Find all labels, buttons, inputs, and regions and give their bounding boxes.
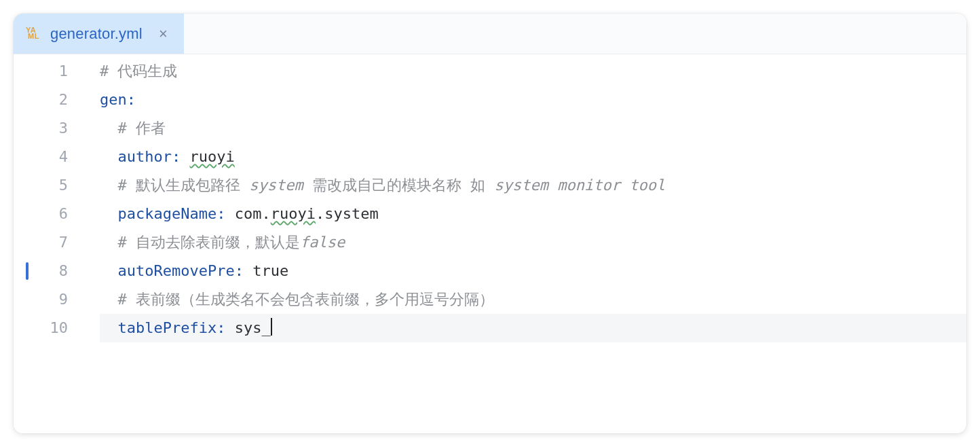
code-line: # 自动去除表前缀，默认是false [100, 228, 966, 257]
token: : [172, 148, 190, 165]
token: author [118, 148, 172, 165]
token: # 代码生成 [100, 62, 178, 79]
code-line: packageName: com.ruoyi.system [100, 200, 966, 228]
line-number-gutter: 12345678910 [14, 54, 92, 433]
token: : [216, 205, 235, 222]
code-line: gen: [100, 86, 966, 114]
token: tablePrefix [118, 319, 217, 336]
line-number: 6 [14, 200, 68, 228]
token: .system [316, 205, 379, 222]
code-line: # 表前缀（生成类名不会包含表前缀，多个用逗号分隔） [100, 285, 966, 314]
token: system monitor tool [494, 177, 665, 194]
token: false [300, 234, 345, 251]
yaml-icon: YAML [26, 27, 41, 40]
line-number: 3 [14, 114, 68, 143]
token: # 作者 [118, 120, 166, 137]
token: system [249, 177, 303, 194]
token: : [235, 262, 253, 279]
code-line: autoRemovePre: true [100, 257, 966, 285]
editor-body[interactable]: 12345678910 # 代码生成gen: # 作者 author: ruoy… [14, 54, 966, 433]
editor-window: YAML generator.yml × 12345678910 # 代码生成g… [14, 14, 966, 433]
close-icon[interactable]: × [152, 26, 170, 41]
line-number: 7 [14, 228, 68, 257]
code-line: # 作者 [100, 114, 966, 143]
code-area[interactable]: # 代码生成gen: # 作者 author: ruoyi # 默认生成包路径 … [92, 54, 966, 433]
code-line: author: ruoyi [100, 143, 966, 171]
code-line: # 代码生成 [100, 57, 966, 86]
token: com. [235, 205, 271, 222]
token: packageName [118, 205, 217, 222]
token: : [216, 319, 235, 336]
text-caret [271, 318, 272, 336]
token: # 默认生成包路径 [118, 177, 250, 194]
tab-bar: YAML generator.yml × [14, 14, 966, 54]
file-tab[interactable]: YAML generator.yml × [14, 14, 184, 54]
line-number: 5 [14, 171, 68, 200]
token: ruoyi [189, 148, 234, 165]
code-line: tablePrefix: sys_ [100, 314, 966, 342]
token: # 表前缀（生成类名不会包含表前缀，多个用逗号分隔） [118, 291, 495, 308]
token: gen [100, 91, 127, 108]
token: true [252, 262, 288, 279]
token: # 自动去除表前缀，默认是 [118, 234, 301, 251]
token: autoRemovePre [118, 262, 235, 279]
token: sys_ [235, 319, 271, 336]
line-number: 4 [14, 143, 68, 171]
line-number: 8 [14, 257, 68, 285]
change-marker [26, 262, 29, 280]
code-line: # 默认生成包路径 system 需改成自己的模块名称 如 system mon… [100, 171, 966, 200]
line-number: 2 [14, 86, 68, 114]
token: ruoyi [271, 205, 316, 222]
token: : [127, 91, 136, 108]
line-number: 10 [14, 314, 68, 342]
line-number: 1 [14, 57, 68, 86]
token: 需改成自己的模块名称 如 [303, 177, 495, 194]
file-name-label: generator.yml [50, 25, 143, 43]
line-number: 9 [14, 285, 68, 314]
